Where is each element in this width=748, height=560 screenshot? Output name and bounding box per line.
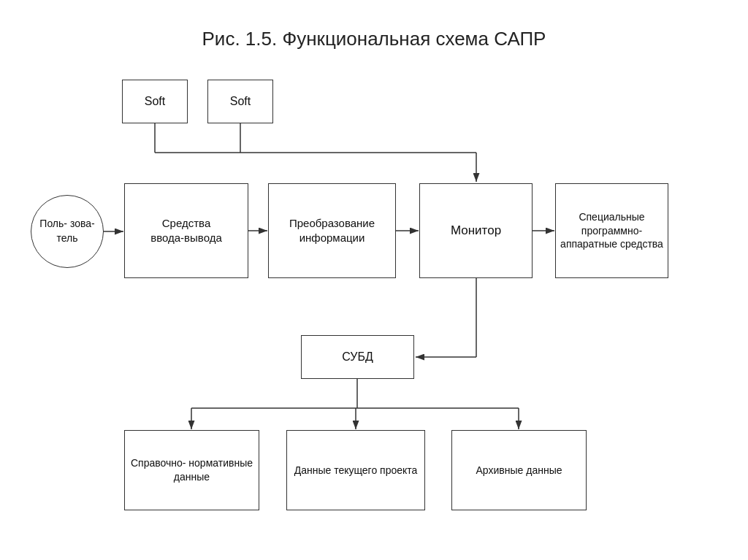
diagram: Soft Soft Поль- зова- тель Средства ввод… (16, 72, 732, 547)
box-current: Данные текущего проекта (286, 430, 425, 510)
box-soft2: Soft (207, 80, 273, 123)
box-user: Поль- зова- тель (31, 195, 104, 268)
box-archive: Архивные данные (451, 430, 587, 510)
box-transform: Преобразование информации (268, 183, 396, 278)
box-dbms: СУБД (301, 335, 414, 379)
box-monitor: Монитор (419, 183, 533, 278)
page-title: Рис. 1.5. Функциональная схема САПР (0, 0, 748, 50)
box-special: Специальные программно‑ аппаратные средс… (555, 183, 668, 278)
box-soft1: Soft (122, 80, 188, 123)
page: Рис. 1.5. Функциональная схема САПР Soft… (0, 0, 748, 560)
box-reference: Справочно‑ нормативные данные (124, 430, 259, 510)
box-io: Средства ввода‑вывода (124, 183, 248, 278)
